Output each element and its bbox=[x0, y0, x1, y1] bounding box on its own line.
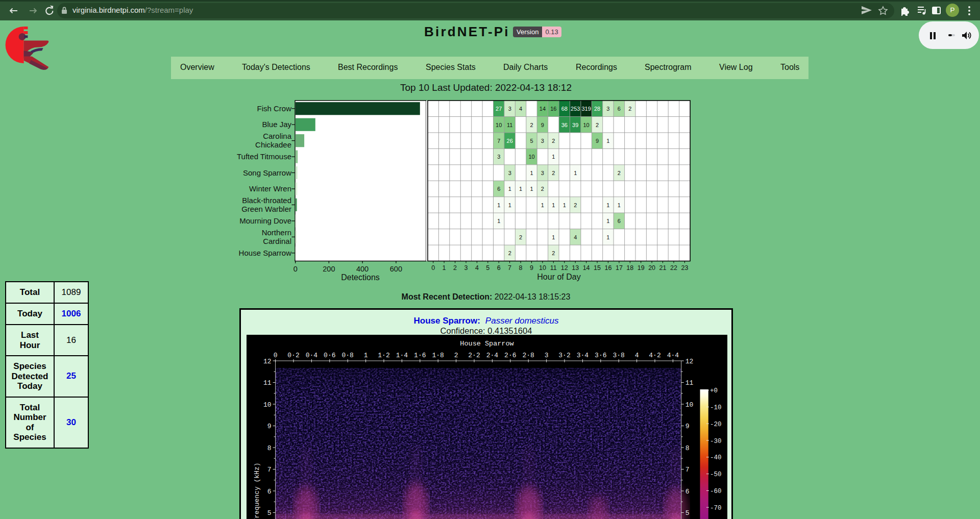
svg-text:17: 17 bbox=[616, 264, 623, 271]
svg-text:1: 1 bbox=[606, 202, 609, 208]
svg-text:39: 39 bbox=[572, 122, 578, 128]
svg-text:11: 11 bbox=[263, 379, 272, 387]
svg-text:6: 6 bbox=[618, 106, 621, 112]
svg-text:11: 11 bbox=[507, 122, 512, 128]
svg-text:2: 2 bbox=[530, 122, 533, 128]
svg-text:14: 14 bbox=[540, 106, 546, 112]
svg-text:200: 200 bbox=[323, 265, 335, 273]
svg-text:1: 1 bbox=[443, 264, 446, 271]
svg-text:4·4: 4·4 bbox=[667, 352, 679, 359]
svg-text:5: 5 bbox=[486, 264, 489, 271]
svg-text:2: 2 bbox=[596, 122, 599, 128]
svg-text:3: 3 bbox=[508, 106, 511, 112]
svg-text:Cardinal: Cardinal bbox=[263, 237, 291, 245]
svg-text:3: 3 bbox=[545, 352, 549, 359]
svg-text:Black-throated: Black-throated bbox=[242, 196, 291, 205]
svg-text:11: 11 bbox=[550, 264, 557, 271]
svg-text:1·8: 1·8 bbox=[432, 352, 444, 359]
svg-text:3: 3 bbox=[606, 106, 609, 112]
svg-text:16: 16 bbox=[550, 106, 556, 112]
svg-text:-10: -10 bbox=[710, 404, 722, 411]
svg-text:9: 9 bbox=[541, 122, 544, 128]
svg-text:0·4: 0·4 bbox=[306, 352, 318, 359]
svg-text:-40: -40 bbox=[710, 454, 722, 461]
svg-text:Song Sparrow: Song Sparrow bbox=[243, 168, 291, 177]
svg-text:1: 1 bbox=[552, 154, 555, 160]
svg-text:0: 0 bbox=[293, 265, 298, 273]
svg-text:10: 10 bbox=[263, 401, 272, 409]
svg-text:1: 1 bbox=[618, 202, 621, 208]
svg-text:-70: -70 bbox=[710, 505, 722, 512]
svg-text:3: 3 bbox=[464, 264, 468, 271]
svg-text:0·6: 0·6 bbox=[324, 352, 335, 359]
svg-text:12: 12 bbox=[263, 358, 272, 365]
svg-text:28: 28 bbox=[594, 106, 600, 112]
svg-text:8: 8 bbox=[519, 264, 523, 271]
svg-text:Detections: Detections bbox=[341, 273, 380, 282]
svg-text:2·8: 2·8 bbox=[522, 352, 534, 359]
svg-text:1: 1 bbox=[497, 218, 500, 224]
svg-text:11: 11 bbox=[685, 379, 694, 387]
svg-text:0·8: 0·8 bbox=[341, 352, 353, 359]
svg-text:2·2: 2·2 bbox=[468, 352, 480, 359]
svg-text:0: 0 bbox=[274, 352, 278, 359]
svg-text:1·2: 1·2 bbox=[378, 352, 389, 359]
svg-text:20: 20 bbox=[648, 264, 655, 271]
svg-text:House Sparrow: House Sparrow bbox=[239, 249, 292, 257]
svg-text:600: 600 bbox=[390, 265, 402, 273]
svg-text:319: 319 bbox=[581, 106, 591, 112]
svg-text:1: 1 bbox=[574, 170, 577, 176]
svg-text:5: 5 bbox=[267, 509, 272, 517]
svg-text:18: 18 bbox=[626, 264, 633, 271]
svg-text:10: 10 bbox=[539, 264, 546, 271]
svg-text:3·2: 3·2 bbox=[558, 352, 570, 359]
svg-text:3·8: 3·8 bbox=[612, 352, 624, 359]
svg-text:2: 2 bbox=[552, 170, 555, 176]
svg-text:1·6: 1·6 bbox=[414, 352, 426, 359]
svg-text:1: 1 bbox=[563, 202, 566, 208]
svg-text:-60: -60 bbox=[710, 488, 722, 495]
svg-text:23: 23 bbox=[681, 264, 688, 271]
svg-text:3: 3 bbox=[541, 138, 544, 144]
svg-text:9: 9 bbox=[596, 138, 599, 144]
svg-text:8: 8 bbox=[267, 444, 272, 452]
svg-text:1: 1 bbox=[552, 234, 555, 240]
svg-text:6: 6 bbox=[497, 264, 501, 271]
svg-text:2: 2 bbox=[552, 250, 555, 256]
svg-text:Fish Crow: Fish Crow bbox=[257, 104, 291, 113]
svg-text:253: 253 bbox=[571, 106, 580, 112]
svg-text:1: 1 bbox=[552, 202, 555, 208]
svg-text:26: 26 bbox=[507, 138, 513, 144]
svg-text:6: 6 bbox=[497, 186, 500, 192]
svg-text:2: 2 bbox=[552, 138, 555, 144]
svg-text:4: 4 bbox=[519, 106, 522, 112]
svg-text:1: 1 bbox=[606, 234, 609, 240]
svg-text:6: 6 bbox=[267, 488, 272, 496]
svg-text:6: 6 bbox=[618, 218, 621, 224]
svg-text:2: 2 bbox=[541, 186, 544, 192]
svg-text:12: 12 bbox=[561, 264, 568, 271]
svg-text:-20: -20 bbox=[710, 421, 722, 428]
svg-text:Hour of Day: Hour of Day bbox=[537, 273, 580, 281]
svg-text:3: 3 bbox=[541, 170, 544, 176]
svg-text:+0: +0 bbox=[710, 387, 718, 394]
svg-text:3: 3 bbox=[508, 170, 511, 176]
svg-text:Frequency (kHz): Frequency (kHz) bbox=[253, 462, 261, 519]
svg-text:3: 3 bbox=[497, 154, 500, 160]
svg-text:Winter Wren: Winter Wren bbox=[249, 184, 291, 193]
svg-text:Carolina: Carolina bbox=[263, 132, 292, 140]
svg-text:1: 1 bbox=[530, 170, 533, 176]
svg-text:1: 1 bbox=[530, 186, 533, 192]
svg-text:House Sparrow: House Sparrow bbox=[460, 340, 513, 348]
svg-text:4: 4 bbox=[475, 264, 479, 271]
svg-text:13: 13 bbox=[572, 264, 579, 271]
svg-text:Tufted Titmouse: Tufted Titmouse bbox=[237, 152, 291, 161]
svg-text:1: 1 bbox=[508, 202, 511, 208]
svg-text:400: 400 bbox=[356, 265, 369, 273]
svg-text:-50: -50 bbox=[710, 471, 722, 478]
svg-text:16: 16 bbox=[604, 264, 611, 271]
svg-text:1: 1 bbox=[364, 352, 368, 359]
svg-text:-30: -30 bbox=[710, 438, 722, 445]
svg-text:12: 12 bbox=[685, 358, 694, 365]
svg-text:68: 68 bbox=[561, 106, 568, 112]
